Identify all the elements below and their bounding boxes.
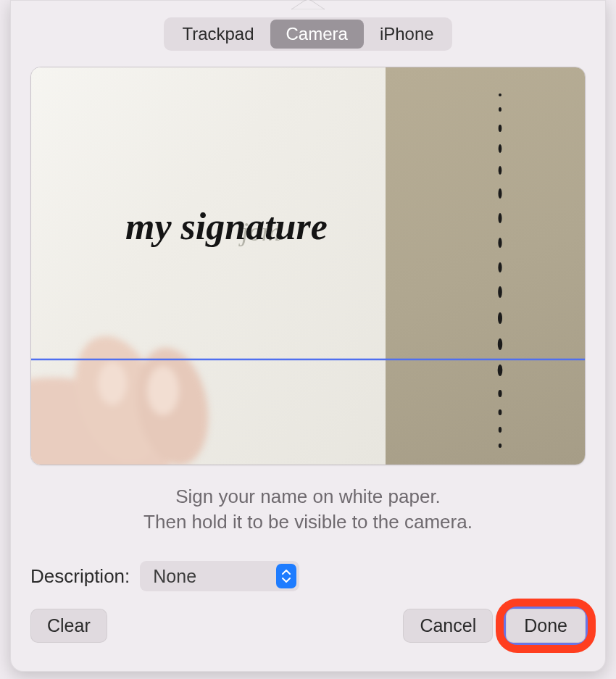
camera-preview: jom my signature	[30, 67, 586, 465]
svg-point-2	[499, 125, 502, 132]
description-label: Description:	[30, 565, 130, 588]
signature-capture-sheet: Trackpad Camera iPhone	[10, 0, 606, 672]
background-surface	[386, 67, 585, 465]
description-selected-value: None	[153, 566, 196, 587]
instruction-text: Sign your name on white paper. Then hold…	[30, 484, 586, 535]
hand-holding-paper	[30, 320, 256, 465]
done-button-highlight-wrap: Done	[506, 609, 586, 643]
svg-point-7	[498, 238, 501, 248]
svg-point-21	[98, 362, 127, 405]
svg-point-8	[498, 262, 501, 272]
svg-point-16	[499, 443, 501, 448]
instruction-line-1: Sign your name on white paper.	[30, 484, 586, 509]
svg-point-13	[498, 390, 501, 397]
cancel-button[interactable]: Cancel	[403, 609, 493, 643]
alignment-guide-line	[31, 359, 585, 360]
updown-chevron-icon	[276, 564, 296, 588]
captured-signature-text: my signature	[125, 205, 328, 248]
sheet-pointer-notch	[291, 0, 325, 9]
tab-iphone[interactable]: iPhone	[364, 20, 450, 49]
svg-point-3	[499, 144, 502, 153]
svg-point-10	[498, 312, 502, 324]
svg-point-12	[498, 365, 503, 376]
svg-point-14	[499, 409, 502, 415]
svg-point-11	[498, 338, 502, 350]
done-button[interactable]: Done	[506, 609, 586, 643]
input-source-segmented-control: Trackpad Camera iPhone	[30, 17, 586, 51]
tab-camera[interactable]: Camera	[270, 20, 364, 49]
svg-point-9	[498, 286, 502, 298]
svg-point-5	[499, 188, 502, 199]
clear-button[interactable]: Clear	[30, 609, 107, 643]
svg-point-20	[147, 366, 179, 415]
svg-point-15	[499, 427, 501, 433]
tab-trackpad[interactable]: Trackpad	[166, 20, 270, 49]
instruction-line-2: Then hold it to be visible to the camera…	[30, 509, 586, 535]
camera-preview-image: jom my signature	[31, 67, 585, 465]
action-button-row: Clear Cancel Done	[30, 609, 586, 643]
svg-point-0	[499, 93, 501, 96]
svg-point-4	[499, 166, 502, 175]
svg-point-1	[499, 107, 501, 112]
description-select[interactable]: None	[140, 561, 299, 591]
description-row: Description: None	[30, 561, 586, 591]
notebook-spiral-binding	[492, 88, 508, 450]
svg-point-6	[499, 213, 502, 223]
